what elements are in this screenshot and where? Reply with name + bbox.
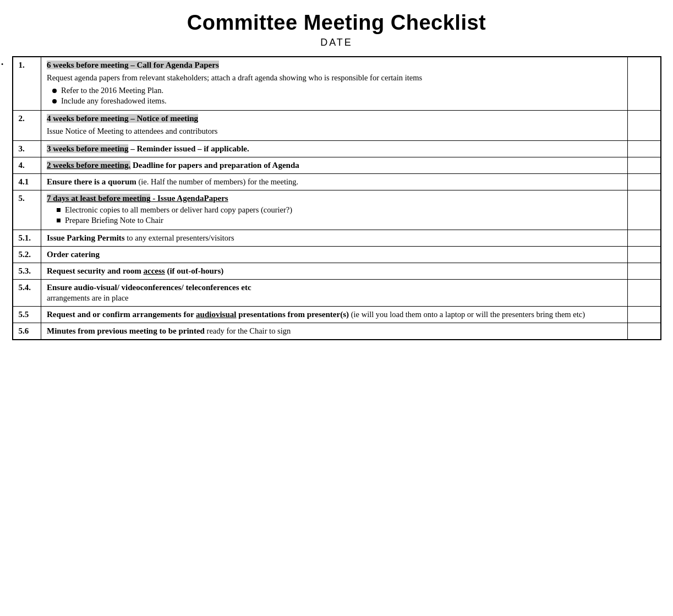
table-row: 1. 6 weeks before meeting – Call for Age… — [13, 57, 661, 111]
row-subtext: Issue Notice of Meeting to attendees and… — [47, 126, 622, 137]
row-content: 6 weeks before meeting – Call for Agenda… — [41, 57, 628, 111]
check-cell — [628, 323, 661, 340]
check-cell — [628, 57, 661, 111]
row-number: 5.6 — [13, 323, 41, 340]
table-row: 2. 4 weeks before meeting – Notice of me… — [13, 111, 661, 141]
row-subtext: Request agenda papers from relevant stak… — [47, 72, 622, 84]
row-content: Ensure audio-visual/ videoconferences/ t… — [41, 280, 628, 307]
row-number: 3. — [13, 141, 41, 157]
row-number: 4.1 — [13, 174, 41, 190]
row-number: 2. — [13, 111, 41, 141]
row-number: 5. — [13, 190, 41, 230]
list-item: Include any foreshadowed items. — [52, 96, 622, 106]
bullet-list: Refer to the 2016 Meeting Plan. Include … — [52, 86, 622, 106]
row-content: Order catering — [41, 247, 628, 263]
row-content: 2 weeks before meeting. Deadline for pap… — [41, 157, 628, 174]
list-item: Electronic copies to all members or deli… — [57, 205, 622, 215]
row-number: 5.1. — [13, 230, 41, 247]
table-row: 3. 3 weeks before meeting – Reminder iss… — [13, 141, 661, 157]
row-heading-highlighted: 6 weeks before meeting – Call for Agenda… — [47, 61, 622, 70]
row-number: 5.5 — [13, 307, 41, 323]
check-cell — [628, 247, 661, 263]
row-content: Ensure there is a quorum (ie. Half the n… — [41, 174, 628, 190]
page-subtitle: DATE — [12, 37, 661, 48]
table-row: 5.6 Minutes from previous meeting to be … — [13, 323, 661, 340]
row-number: 1. — [13, 57, 41, 111]
table-row: 5.3. Request security and room access (i… — [13, 263, 661, 280]
table-row: 5.1. Issue Parking Permits to any extern… — [13, 230, 661, 247]
check-cell — [628, 263, 661, 280]
table-row: 4.1 Ensure there is a quorum (ie. Half t… — [13, 174, 661, 190]
list-item: Refer to the 2016 Meeting Plan. — [52, 86, 622, 95]
table-row: 5.5 Request and or confirm arrangements … — [13, 307, 661, 323]
row-number: 5.4. — [13, 280, 41, 307]
row-content: 3 weeks before meeting – Reminder issued… — [41, 141, 628, 157]
row-number: 4. — [13, 157, 41, 174]
page-wrapper: • Committee Meeting Checklist DATE 1. 6 … — [0, 0, 673, 351]
table-row: 4. 2 weeks before meeting. Deadline for … — [13, 157, 661, 174]
check-cell — [628, 157, 661, 174]
row-heading: 7 days at least before meeting - Issue A… — [47, 194, 622, 203]
check-cell — [628, 307, 661, 323]
check-cell — [628, 190, 661, 230]
check-cell — [628, 230, 661, 247]
square-list: Electronic copies to all members or deli… — [57, 205, 622, 225]
table-row: 5. 7 days at least before meeting - Issu… — [13, 190, 661, 230]
left-tick-mark: • — [1, 61, 3, 69]
page-title: Committee Meeting Checklist — [12, 11, 661, 35]
row-number: 5.3. — [13, 263, 41, 280]
row-content: Request and or confirm arrangements for … — [41, 307, 628, 323]
row-content: Minutes from previous meeting to be prin… — [41, 323, 628, 340]
checklist-table: 1. 6 weeks before meeting – Call for Age… — [12, 56, 661, 340]
row-content: 7 days at least before meeting - Issue A… — [41, 190, 628, 230]
check-cell — [628, 111, 661, 141]
check-cell — [628, 141, 661, 157]
table-row: 5.2. Order catering — [13, 247, 661, 263]
row-content: 4 weeks before meeting – Notice of meeti… — [41, 111, 628, 141]
row-heading-highlighted: 4 weeks before meeting – Notice of meeti… — [47, 114, 622, 123]
row-content: Issue Parking Permits to any external pr… — [41, 230, 628, 247]
table-row: 5.4. Ensure audio-visual/ videoconferenc… — [13, 280, 661, 307]
row-number: 5.2. — [13, 247, 41, 263]
check-cell — [628, 280, 661, 307]
row-content: Request security and room access (if out… — [41, 263, 628, 280]
check-cell — [628, 174, 661, 190]
list-item: Prepare Briefing Note to Chair — [57, 216, 622, 225]
